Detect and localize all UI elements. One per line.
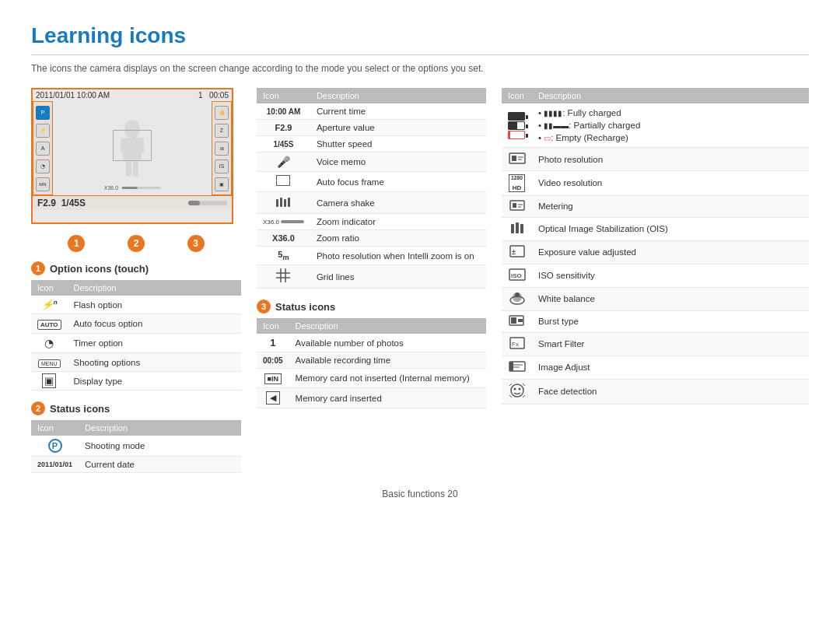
mid-desc-afframe: Auto focus frame <box>310 172 486 192</box>
s1-desc-display: Display type <box>68 372 241 391</box>
right-desc-ia: Image Adjust <box>532 356 809 379</box>
right-icon-battery <box>502 103 532 148</box>
cam-icon-3: ◔ <box>36 159 50 173</box>
s3-desc-rectime: Available recording time <box>289 352 486 369</box>
s3-desc-photos: Available number of photos <box>289 334 486 352</box>
table-row: 00:05 Available recording time <box>257 352 486 369</box>
battery-list: ▮▮▮▮: Fully charged ▮▮▬▬: Partially char… <box>538 107 803 144</box>
table-row: 5m Photo resolution when Intelli zoom is… <box>257 247 486 265</box>
mid-desc-zoom-ratio: Zoom ratio <box>310 230 486 247</box>
s3-icon-photos: 1 <box>257 334 289 352</box>
table-row: Metering <box>502 195 809 217</box>
cam-icon-r3: ⊞ <box>215 142 229 156</box>
s1-desc-flash: Flash option <box>68 296 241 314</box>
middle-table: Icon Description 10:00 AM Current time F… <box>257 88 486 289</box>
table-row: ⚡n Flash option <box>31 296 241 314</box>
section1-title: 1 Option icons (touch) <box>31 261 241 275</box>
right-desc-iso: ISO sensitivity <box>532 264 809 287</box>
battery-empty-label: ▭: Empty (Recharge) <box>538 131 803 144</box>
num-circle-1: 1 <box>68 235 85 252</box>
mid-icon-shake <box>257 192 310 214</box>
s3-col-icon: Icon <box>257 318 289 334</box>
mid-icon-zoom-ind: X36.0 <box>257 214 310 230</box>
svg-rect-22 <box>511 224 514 233</box>
right-desc-ois: Optical Image Stabilization (OIS) <box>532 217 809 240</box>
right-icon-burst <box>502 310 532 332</box>
svg-line-44 <box>509 384 512 386</box>
footer-text: Basic functions 20 <box>382 489 457 499</box>
right-desc-sf: Smart Filter <box>532 332 809 356</box>
table-row: X36.0 Zoom indicator <box>257 214 486 230</box>
table-row: Camera shake <box>257 192 486 214</box>
camera-topright: 1 00:05 <box>198 91 229 100</box>
mid-icon-photores: 5m <box>257 247 310 265</box>
battery-partial-icon-inline: ▮▮▬▬ <box>544 121 569 130</box>
camera-right-icons: 🖐 Z ⊞ IS ▣ <box>212 101 232 195</box>
cam-icon-p: P <box>36 106 50 120</box>
table-row: ± Exposure value adjusted <box>502 240 809 264</box>
zoom-indicator: X36.0 <box>104 184 161 191</box>
table-row: ▣ Display type <box>31 372 241 391</box>
battery-empty-icon <box>508 131 525 139</box>
table-row: 2011/01/01 Current date <box>31 457 241 473</box>
camera-bottom: F2.9 1/45S <box>33 195 232 210</box>
right-desc-wb: White balance <box>532 287 809 310</box>
svg-rect-7 <box>280 198 282 207</box>
mid-icon-shutter: 1/45S <box>257 136 310 152</box>
svg-point-43 <box>518 387 520 390</box>
right-table: Icon Description <box>502 88 809 405</box>
s2-icon-date: 2011/01/01 <box>31 457 79 473</box>
section1-table: Icon Description ⚡n Flash option AUTO Au… <box>31 280 241 391</box>
right-column: Icon Description <box>502 88 809 405</box>
num-circle-3: 3 <box>187 235 205 252</box>
svg-rect-23 <box>516 222 519 233</box>
mid-desc-shutter: Shutter speed <box>310 136 486 152</box>
svg-rect-9 <box>288 198 290 207</box>
table-row: Optical Image Stabilization (OIS) <box>502 217 809 240</box>
mid-desc-time: Current time <box>310 103 486 120</box>
svg-line-47 <box>523 395 525 398</box>
s1-icon-menu: MENU <box>31 353 68 372</box>
section3-table: Icon Description 1 Available number of p… <box>257 318 486 408</box>
cam-icon-r5: ▣ <box>215 177 229 191</box>
right-desc-battery: ▮▮▮▮: Fully charged ▮▮▬▬: Partially char… <box>532 103 809 148</box>
right-icon-ev: ± <box>502 240 532 264</box>
focus-box <box>113 130 152 161</box>
svg-rect-19 <box>513 203 516 208</box>
s2-icon-mode: P <box>31 436 79 457</box>
table-row: ◀ Memory card inserted <box>257 388 486 408</box>
number-row: 1 2 3 <box>31 235 241 252</box>
table-row: 10:00 AM Current time <box>257 103 486 120</box>
camera-center: X36.0 <box>53 101 212 195</box>
right-col-desc: Description <box>532 88 809 103</box>
cam-icon-1: ⚡ <box>36 124 50 138</box>
svg-rect-34 <box>518 319 523 322</box>
mid-desc-zoom-ind: Zoom indicator <box>310 214 486 230</box>
page-title: Learning icons <box>31 23 809 55</box>
s2-desc-date: Current date <box>79 457 241 473</box>
table-row: 1280HD Video resolution <box>502 171 809 196</box>
mid-desc-shake: Camera shake <box>310 192 486 214</box>
table-row: 1/45S Shutter speed <box>257 136 486 152</box>
table-row: MENU Shooting options <box>31 353 241 372</box>
svg-rect-15 <box>512 156 516 161</box>
cam-icon-2: A <box>36 142 50 156</box>
section2-table: Icon Description P Shooting mode 2011/01… <box>31 420 241 473</box>
camera-bottom-right <box>188 201 227 205</box>
svg-point-41 <box>511 384 523 397</box>
table-row: Auto focus frame <box>257 172 486 192</box>
table-row: Burst type <box>502 310 809 332</box>
s2-col-desc: Description <box>79 420 241 436</box>
mid-desc-photores: Photo resolution when Intelli zoom is on <box>310 247 486 265</box>
right-desc-metering: Metering <box>532 195 809 217</box>
right-desc-burst: Burst type <box>532 310 809 332</box>
s1-desc-menu: Shooting options <box>68 353 241 372</box>
battery-empty-icon-inline: ▭ <box>544 134 551 142</box>
table-row: ISO ISO sensitivity <box>502 264 809 287</box>
table-row: Fx Smart Filter <box>502 332 809 356</box>
table-row: ◔ Timer option <box>31 334 241 353</box>
svg-line-45 <box>523 384 525 386</box>
table-row: P Shooting mode <box>31 436 241 457</box>
table-row: AUTO Auto focus option <box>31 314 241 334</box>
right-icon-iso: ISO <box>502 264 532 287</box>
